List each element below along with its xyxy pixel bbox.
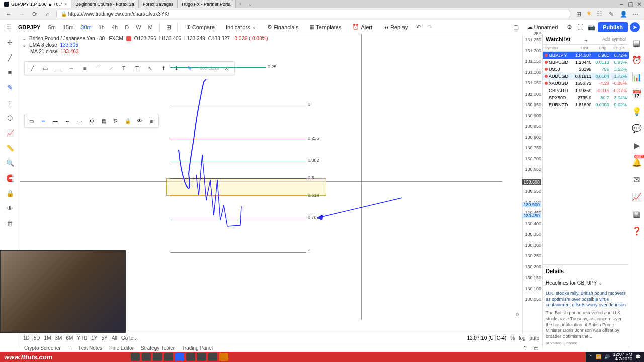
watchlist-row[interactable]: SPX5002735.980.73.04% (543, 94, 629, 101)
lock-tool-icon[interactable]: 🔒 (3, 187, 17, 199)
log-toggle[interactable]: log (519, 335, 525, 341)
fib-line[interactable] (170, 67, 266, 68)
taskbar-icon[interactable] (131, 353, 140, 361)
trendline-icon[interactable]: ╱ (3, 51, 17, 63)
taskbar-icon[interactable] (164, 353, 173, 361)
taskbar-icon[interactable] (142, 353, 151, 361)
ideas-icon[interactable]: 💡 (631, 106, 642, 117)
menu-icon[interactable]: ⋯ (631, 10, 640, 19)
watchlist-icon[interactable]: ▤ (631, 37, 642, 48)
browser-tab[interactable]: Forex Savages (139, 0, 178, 8)
zoom-icon[interactable]: 🔍 (3, 157, 17, 169)
undo-icon[interactable]: ↶ (414, 23, 423, 32)
range-1d[interactable]: 1D (23, 335, 30, 341)
taskbar-icon[interactable] (186, 353, 195, 361)
alert-button[interactable]: ⏰ Alert (348, 22, 377, 32)
timeframe-d[interactable]: D (122, 23, 131, 31)
notes-icon[interactable]: ✎ (607, 10, 616, 19)
templates-button[interactable]: ▦ Templates (305, 22, 346, 32)
percent-toggle[interactable]: % (510, 335, 515, 341)
fullscreen-icon[interactable]: ⛶ (576, 23, 585, 32)
taskbar-icon[interactable] (175, 353, 184, 361)
range-6m[interactable]: 6M (66, 335, 73, 341)
dom-icon[interactable]: ▦ (631, 208, 642, 219)
symbol-button[interactable]: GBPJPY (15, 24, 44, 30)
candle-style-icon[interactable]: ⊞ (164, 23, 173, 32)
notifications-icon[interactable]: 🔔6687 (631, 157, 642, 168)
eye-icon[interactable]: 👁 (3, 202, 17, 214)
hotlist-icon[interactable]: 📊 (631, 71, 642, 82)
back-icon[interactable]: ← (4, 10, 13, 19)
fib-line[interactable] (170, 178, 306, 179)
fib-line[interactable] (170, 105, 306, 105)
watchlist-menu-icon[interactable]: ⌄ (584, 37, 588, 42)
range-1m[interactable]: 1M (44, 335, 51, 341)
taskbar-icon[interactable] (208, 353, 217, 361)
close-icon[interactable]: × (64, 2, 67, 7)
tab-menu-icon[interactable]: ⌄ (245, 2, 255, 7)
range-ytd[interactable]: YTD (77, 335, 87, 341)
order-panel-icon[interactable]: 📈 (631, 191, 642, 202)
volume-icon[interactable]: 🔊 (604, 354, 610, 359)
translate-icon[interactable]: ⊞ (574, 10, 583, 19)
watchlist-row[interactable]: XAUUSD1656.72-4.28-0.26% (543, 80, 629, 87)
wifi-icon[interactable]: 📶 (596, 354, 601, 359)
reading-icon[interactable]: ☷ (595, 10, 604, 19)
trash-icon[interactable]: 🗑 (3, 217, 17, 229)
settings-gear-icon[interactable]: ⚙ (565, 23, 574, 32)
timeframe-30m[interactable]: 30m (78, 23, 94, 31)
notifications-tray-icon[interactable]: 💬 (635, 354, 641, 359)
tab-crypto-screener[interactable]: Crypto Screener (24, 345, 61, 351)
timeframe-4h[interactable]: 4h (109, 23, 120, 31)
cursor-icon[interactable]: ✛ (3, 36, 17, 48)
browser-tab[interactable]: Beginners Course - Forex Sa (71, 0, 139, 8)
replay-button[interactable]: ⏮ Replay (379, 22, 412, 32)
magnet-icon[interactable]: 🧲 (3, 172, 17, 184)
maximize-icon[interactable]: ▢ (626, 0, 635, 9)
timeframe-m[interactable]: M (146, 23, 155, 31)
headlines-header[interactable]: Headlines for GBPJPY ⌄ (543, 277, 629, 289)
watchlist-row[interactable]: GBPJPY134.5070.9610.72% (543, 52, 629, 59)
fib-line[interactable] (170, 252, 306, 253)
minimize-icon[interactable]: – (617, 0, 626, 9)
snapshot-icon[interactable]: 📷 (587, 23, 596, 32)
fib-line[interactable] (170, 139, 306, 139)
chat-icon[interactable]: 💬 (631, 123, 642, 134)
tray-icon[interactable]: ⌃ (589, 354, 593, 359)
compare-button[interactable]: ⊕ Compare (182, 22, 219, 32)
add-symbol-button[interactable]: Add symbol (602, 37, 626, 42)
publish-button[interactable]: Publish (598, 22, 628, 32)
layout-icon[interactable]: ▢ (512, 23, 521, 32)
browser-tab-active[interactable]: GBPJPY 134.506 ▲ +0.7 × (0, 0, 71, 8)
url-input[interactable]: 🔒 https://www.tradingview.com/chart/Efvu… (56, 10, 570, 18)
layout-name-button[interactable]: ☁ Unnamed (523, 22, 563, 32)
tab-strategy-tester[interactable]: Strategy Tester (141, 345, 175, 351)
taskbar-icon[interactable] (197, 353, 206, 361)
range-5d[interactable]: 5D (34, 335, 40, 341)
taskbar-icon[interactable] (153, 353, 162, 361)
forecast-icon[interactable]: 📈 (3, 127, 17, 139)
range-all[interactable]: All (112, 335, 117, 341)
demand-zone-rect[interactable] (166, 178, 326, 196)
price-axis[interactable]: JPY 131.250131.200131.150131.100131.0501… (522, 34, 542, 334)
panel-toggle-icon[interactable]: ▭ (534, 345, 538, 351)
home-icon[interactable]: ⌂ (43, 10, 52, 19)
share-icon[interactable]: ➤ (630, 22, 640, 32)
measure-icon[interactable]: 📏 (3, 142, 17, 154)
watchlist-row[interactable]: EURNZD1.818900.00030.02% (543, 101, 629, 108)
fib-icon[interactable]: ≡ (3, 66, 17, 78)
watchlist-row[interactable]: GBPAUD1.99369-0.015-0.07% (543, 87, 629, 94)
help-icon[interactable]: ❓ (631, 225, 642, 236)
timeframe-5m[interactable]: 5m (46, 23, 58, 31)
range-3m[interactable]: 3M (55, 335, 62, 341)
timeframe-15m[interactable]: 15m (60, 23, 76, 31)
taskbar-icon[interactable] (219, 353, 228, 361)
fib-line[interactable] (170, 218, 306, 218)
tab-text-notes[interactable]: Text Notes (78, 345, 102, 351)
auto-toggle[interactable]: auto (530, 335, 539, 341)
new-tab-button[interactable]: + (236, 2, 245, 7)
expand-icon[interactable]: ⌃ (523, 345, 527, 351)
bookmark-star-icon[interactable]: ★ (586, 10, 592, 19)
pattern-icon[interactable]: ⬡ (3, 112, 17, 124)
news-item[interactable]: U.K. stocks rally, British pound recover… (543, 289, 629, 348)
